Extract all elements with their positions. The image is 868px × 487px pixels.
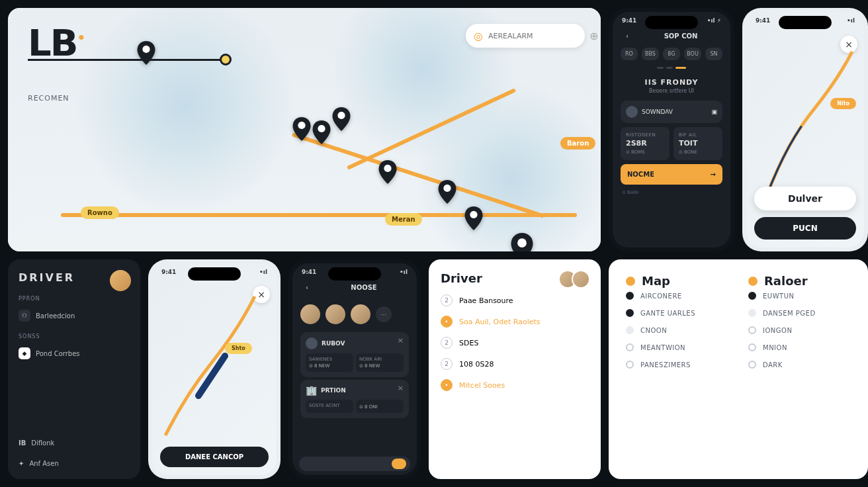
svg-point-4 [384,165,391,172]
driver-sidebar: DRIVER PPRON ⚇Barleedcion SONSS ◆Pond Co… [8,259,140,479]
list-card[interactable]: × RUBOV SANIENES⊙ 8 NEW NOBK ARI⊙ 8 NEW [300,332,409,377]
phone-notch [779,16,832,29]
svg-point-2 [318,125,325,132]
signal-icon: •ıl ⚡ [707,17,721,24]
diamond-icon: ◆ [19,347,30,359]
seg-tab[interactable]: 8G [663,48,680,60]
map-pin[interactable] [378,160,397,184]
list-card[interactable]: × 🏢PRTION SOSTE ACINT ⊙ 8 ONI [300,380,409,418]
avatar[interactable] [300,304,320,324]
avatar[interactable] [110,270,131,291]
feature-item[interactable]: DARK [748,361,851,369]
avatar-row: ⋯ [292,299,417,330]
info-row[interactable]: 2SDES [441,337,589,349]
svg-point-5 [443,185,451,192]
sparkle-icon: ✦ [19,460,24,467]
map-chip[interactable]: Meran [385,213,422,226]
phone-notch [188,267,241,281]
back-icon[interactable]: ‹ [621,29,634,42]
avatar-group[interactable] [564,270,590,288]
map-chip[interactable]: Shto [225,343,252,354]
action-button[interactable]: DANEE CANCOP [160,447,269,467]
feature-item[interactable]: IONGON [748,326,851,334]
hero-text: IIS FRONDY Beoere srtfere UI [613,75,730,97]
close-icon[interactable]: × [398,336,404,345]
avatar[interactable] [351,304,370,324]
avatar [626,106,638,118]
action-button[interactable]: PUCN [754,217,856,240]
close-icon[interactable]: × [398,384,404,392]
phone-notch [328,267,381,281]
map-chip[interactable]: Nito [830,98,856,109]
info-row[interactable]: •Mitcel Sooes [441,379,589,391]
seg-tab[interactable]: SN [705,48,722,60]
feature-item[interactable]: PANESZIMERS [626,361,728,369]
road [61,213,577,217]
map-pin[interactable] [312,120,331,144]
building-icon: 🏢 [306,385,317,396]
segment-row: RO BBS 8G BOU SN [613,48,730,60]
phone-trip-summary: 9:41•ıl ⚡ ‹ SOP CON RO BBS 8G BOU SN IIS… [609,8,734,251]
phone-title: SOP CON [639,32,722,40]
feature-item[interactable]: MNION [748,343,851,351]
dot-icon [748,277,758,286]
sub-line: ⊙ BANI [613,189,730,197]
locate-icon[interactable]: ⊕ [589,30,598,42]
bottom-bar[interactable] [299,457,410,471]
phone-notch [645,16,698,29]
driver-info-card: Driver 2Paae Bansoure •Soa Auil, Odet Ra… [429,259,601,479]
feature-item[interactable]: DANSEM PGED [748,309,851,317]
user-icon: ⚇ [19,310,30,322]
logo-icon: IB [19,439,26,447]
phone-noose: 9:41•ıl ‹ NOOSE ⋯ × RUBOV SANIENES⊙ 8 NE… [288,259,421,479]
feature-item[interactable]: CNOON [626,326,728,334]
map-pin[interactable] [511,233,533,251]
dot-icon [626,277,635,286]
section-label: SONSS [19,333,130,339]
avatar[interactable] [326,304,345,324]
sidebar-item[interactable]: ⚇Barleedcion [19,310,130,322]
logo: LB• [28,21,226,64]
driver-pill[interactable]: Dulver [754,187,856,210]
info-row[interactable]: 2108 0S28 [441,358,589,370]
search-input[interactable] [488,32,584,40]
sidebar-item[interactable]: ◆Pond Corrbes [19,347,130,359]
feature-list-card: Map AIRCONERE GANTE UARLES CNOON MEANTWI… [609,259,868,479]
toggle-icon[interactable] [392,459,406,469]
map-chip[interactable]: Rowno [81,206,119,219]
map-pin[interactable] [292,117,311,141]
route-line [746,12,864,247]
add-button[interactable]: ⋯ [376,306,392,322]
map-pin[interactable] [464,206,483,230]
svg-point-3 [337,112,345,119]
seg-tab[interactable]: BOU [684,48,701,60]
seg-tab[interactable]: RO [621,48,638,60]
map-pin[interactable] [438,180,456,204]
info-row[interactable]: •Soa Auil, Odet Raolets [441,316,589,328]
primary-cta[interactable]: NOCME→ [621,164,722,185]
logo-block: LB• RECOMEN [28,21,226,103]
search-field[interactable]: ◎ ⊕ [466,24,585,48]
back-icon[interactable]: ‹ [300,281,314,294]
map-pin[interactable] [332,107,351,131]
feature-item[interactable]: MEANTWION [626,343,728,351]
route-line [152,263,277,475]
info-row[interactable]: 2Paae Bansoure [441,294,589,306]
phone-route-map: 9:41•ıl × Nito Dulver PUCN [742,8,868,251]
feature-item[interactable]: GANTE UARLES [626,309,728,317]
signal-icon: •ıl [400,269,408,275]
stat-cell: SOSTE ACINT [306,400,353,413]
ride-card[interactable]: SOWNDAV▣ [621,101,722,123]
map-chip[interactable]: Baron [560,137,595,150]
sidebar-item[interactable]: IBDiflonk [19,439,130,447]
seg-tab[interactable]: BBS [642,48,659,60]
svg-point-7 [517,238,527,247]
feature-heading: Raloer [748,274,851,288]
recomen-label: RECOMEN [28,94,226,103]
feature-item[interactable]: AIRCONERE [626,292,728,300]
feature-item[interactable]: EUWTUN [748,292,851,300]
phone-title: NOOSE [319,284,409,291]
main-map[interactable]: LB• RECOMEN ◎ ⊕ Rowno Meran Baron [8,8,601,251]
sidebar-item[interactable]: ✦Anf Asen [19,460,130,467]
phone-route-small: 9:41•ıl × Shto DANEE CANCOP [148,259,281,479]
